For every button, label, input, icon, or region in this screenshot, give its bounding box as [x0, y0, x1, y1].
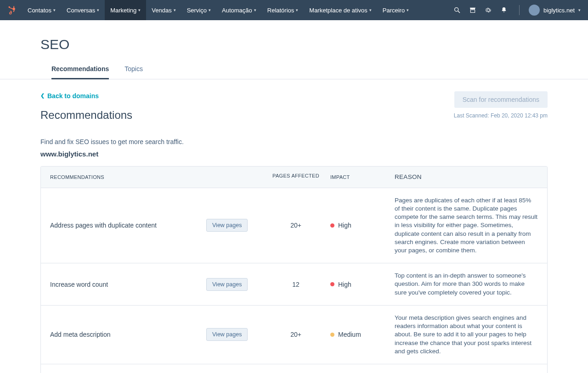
notifications-bell-icon[interactable]	[500, 6, 508, 14]
section-title: Recommendations	[40, 109, 132, 122]
view-pages-button[interactable]: View pages	[206, 219, 248, 232]
nav-label: Relatórios	[267, 7, 294, 14]
tab-topics[interactable]: Topics	[124, 61, 143, 79]
reason-text: Your meta description gives search engin…	[395, 314, 538, 356]
nav-label: Vendas	[152, 7, 171, 14]
nav-item-relatorios[interactable]: Relatórios▾	[262, 0, 304, 20]
svg-rect-9	[470, 10, 475, 12]
nav-label: Contatos	[28, 7, 51, 14]
account-name: biglytics.net	[543, 7, 575, 14]
impact-dot-icon	[330, 333, 334, 337]
chevron-down-icon: ▾	[254, 8, 256, 12]
reason-text: Top content is an in-depth answer to som…	[395, 272, 538, 297]
impact-label: High	[338, 222, 351, 229]
recommendations-table: RECOMMENDATIONS PAGES AFFECTED IMPACT RE…	[40, 166, 548, 373]
pages-affected-value: 20+	[261, 331, 330, 338]
impact-label: Medium	[338, 331, 361, 338]
page-description: Find and fix SEO issues to get more sear…	[40, 138, 548, 145]
nav-label: Parceiro	[383, 7, 405, 14]
svg-rect-4	[9, 7, 13, 10]
col-header-reason: REASON	[395, 173, 538, 181]
nav-label: Automação	[222, 7, 252, 14]
nav-label: Marketing	[110, 7, 136, 14]
last-scanned-text: Last Scanned: Feb 20, 2020 12:43 pm	[454, 112, 548, 119]
recommendation-name: Address pages with duplicate content	[50, 222, 157, 229]
chevron-down-icon: ▾	[296, 8, 298, 12]
col-header-recommendations: RECOMMENDATIONS	[50, 173, 206, 181]
table-row: Add meta description View pages 20+ Medi…	[41, 306, 547, 364]
nav-item-automacao[interactable]: Automação▾	[216, 0, 262, 20]
back-to-domains-link[interactable]: ❮ Back to domains	[40, 92, 99, 100]
nav-items: Contatos▾ Conversas▾ Marketing▾ Vendas▾ …	[22, 0, 414, 20]
chevron-down-icon: ▾	[578, 8, 581, 12]
svg-point-7	[455, 8, 458, 11]
domain-name: www.biglytics.net	[40, 150, 548, 158]
search-icon[interactable]	[453, 6, 461, 14]
view-pages-button[interactable]: View pages	[206, 278, 248, 291]
scan-recommendations-button[interactable]: Scan for recommendations	[454, 91, 548, 108]
svg-line-8	[458, 11, 460, 13]
impact-cell: Medium	[330, 331, 395, 338]
nav-item-conversas[interactable]: Conversas▾	[61, 0, 105, 20]
nav-item-marketing[interactable]: Marketing▾	[105, 0, 146, 20]
col-header-pages: PAGES AFFECTED	[261, 173, 330, 181]
nav-item-parceiro[interactable]: Parceiro▾	[377, 0, 414, 20]
hubspot-logo-icon[interactable]	[7, 6, 17, 15]
chevron-down-icon: ▾	[138, 8, 141, 12]
back-link-label: Back to domains	[47, 92, 99, 100]
impact-cell: High	[330, 222, 395, 229]
table-row: Address pages with duplicate content Vie…	[41, 188, 547, 264]
impact-dot-icon	[330, 223, 334, 228]
chevron-left-icon: ❮	[40, 93, 45, 99]
nav-item-vendas[interactable]: Vendas▾	[146, 0, 181, 20]
col-header-impact: IMPACT	[330, 173, 395, 181]
chevron-down-icon: ▾	[174, 8, 176, 12]
table-row: Address pages with duplicate title tags …	[41, 364, 547, 373]
table-row: Increase word count View pages 12 High T…	[41, 263, 547, 306]
nav-item-contatos[interactable]: Contatos▾	[22, 0, 61, 20]
nav-item-servico[interactable]: Serviço▾	[181, 0, 216, 20]
account-switcher[interactable]: biglytics.net ▾	[529, 5, 581, 16]
nav-label: Serviço	[187, 7, 207, 14]
svg-rect-1	[13, 6, 14, 8]
recommendation-name: Add meta description	[50, 331, 111, 338]
view-pages-button[interactable]: View pages	[206, 328, 248, 341]
chevron-down-icon: ▾	[53, 8, 56, 12]
svg-rect-2	[13, 10, 15, 12]
impact-dot-icon	[330, 282, 334, 286]
top-nav: Contatos▾ Conversas▾ Marketing▾ Vendas▾ …	[0, 0, 588, 20]
recommendation-name: Increase word count	[50, 281, 108, 288]
chevron-down-icon: ▾	[369, 8, 372, 12]
nav-divider	[519, 5, 520, 15]
tab-recommendations[interactable]: Recommendations	[51, 61, 109, 79]
pages-affected-value: 12	[261, 281, 330, 288]
nav-item-marketplace[interactable]: Marketplace de ativos▾	[304, 0, 377, 20]
nav-utility-icons: biglytics.net ▾	[453, 5, 581, 16]
chevron-down-icon: ▾	[209, 8, 211, 12]
table-header-row: RECOMMENDATIONS PAGES AFFECTED IMPACT RE…	[41, 167, 547, 188]
avatar	[529, 5, 540, 16]
svg-point-5	[10, 12, 11, 14]
settings-gear-icon[interactable]	[484, 6, 492, 14]
impact-cell: High	[330, 281, 395, 288]
tabs-container: Recommendations Topics	[0, 61, 588, 79]
reason-text: Pages are duplicates of each other if at…	[395, 196, 538, 255]
chevron-down-icon: ▾	[407, 8, 409, 12]
pages-affected-value: 20+	[261, 222, 330, 229]
marketplace-icon[interactable]	[469, 6, 477, 14]
page-title: SEO	[40, 37, 548, 52]
nav-label: Marketplace de ativos	[309, 7, 367, 14]
impact-label: High	[338, 281, 351, 288]
chevron-down-icon: ▾	[97, 8, 99, 12]
tabs: Recommendations Topics	[40, 61, 548, 79]
nav-label: Conversas	[67, 7, 95, 14]
